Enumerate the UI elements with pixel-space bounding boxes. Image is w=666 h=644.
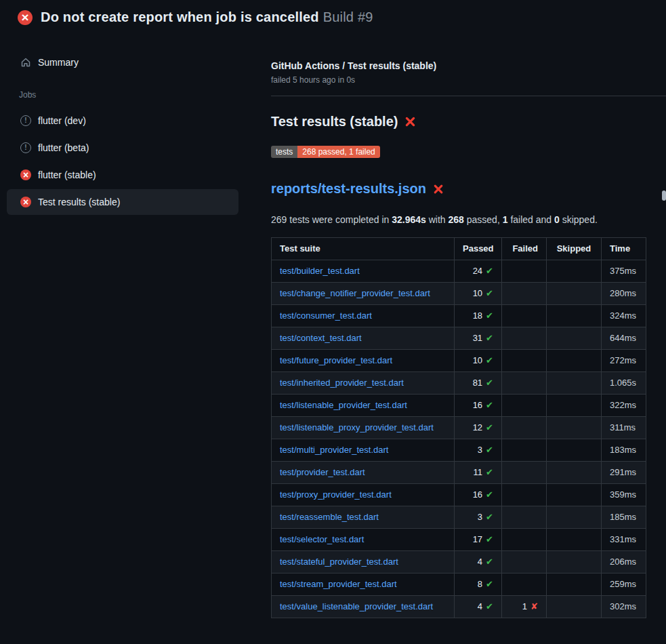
check-icon: ✔ [486,266,493,276]
failed-x-icon [404,116,416,127]
check-icon: ✔ [486,400,493,410]
skipped-cell [547,305,602,327]
skipped-cell [547,439,602,462]
suite-link[interactable]: test/stateful_provider_test.dart [280,557,398,567]
failed-cell [502,573,547,596]
table-row: test/stateful_provider_test.dart 4✔ 206m… [272,551,646,573]
suite-cell: test/change_notifier_provider_test.dart [272,283,455,305]
suite-link[interactable]: test/inherited_provider_test.dart [280,378,404,388]
jobs-list: flutter (dev) flutter (beta) flutter (st… [7,108,238,215]
passed-cell: 16✔ [455,395,502,417]
suite-link[interactable]: test/context_test.dart [280,333,362,343]
sidebar-job-item[interactable]: flutter (dev) [7,108,238,134]
results-header-row: Test suitePassedFailedSkippedTime [272,238,646,260]
suite-link[interactable]: test/proxy_provider_test.dart [280,489,392,500]
page-layout: Summary Jobs flutter (dev) flutter (beta… [0,36,666,618]
sidebar-job-item[interactable]: flutter (beta) [7,135,238,161]
passed-cell: 17✔ [455,529,502,551]
suite-cell: test/inherited_provider_test.dart [272,372,455,395]
tests-badge: tests 268 passed, 1 failed [271,146,380,158]
count: 31 [473,333,482,343]
count: 8 [478,579,482,589]
neutral-icon [20,142,31,153]
suite-link[interactable]: test/consumer_test.dart [280,310,372,321]
sidebar-item-summary[interactable]: Summary [7,49,238,75]
time-cell: 324ms [602,305,646,327]
suite-link[interactable]: test/future_provider_test.dart [280,355,392,365]
run-status-line: failed 5 hours ago in 0s [271,75,646,85]
suite-link[interactable]: test/listenable_provider_test.dart [280,400,407,410]
suite-link[interactable]: test/value_listenable_provider_test.dart [280,601,433,611]
skipped-cell [547,395,602,417]
suite-cell: test/proxy_provider_test.dart [272,484,455,506]
section-title-text: Test results (stable) [271,114,398,129]
report-link[interactable]: reports/test-results.json [271,181,426,197]
suite-link[interactable]: test/builder_test.dart [280,266,360,276]
suite-link[interactable]: test/provider_test.dart [280,467,365,477]
time-cell: 359ms [602,484,646,506]
build-failed-icon [18,10,33,25]
count: 17 [473,534,482,544]
column-header: Passed [455,238,502,260]
table-row: test/context_test.dart 31✔ 644ms [272,327,646,350]
failed-cell [502,506,547,529]
check-icon: ✔ [486,557,493,567]
suite-link[interactable]: test/reassemble_test.dart [280,512,379,522]
time-cell: 375ms [602,260,646,283]
passed-cell: 8✔ [455,573,502,596]
skipped-cell [547,350,602,372]
suite-link[interactable]: test/stream_provider_test.dart [280,579,397,589]
passed-cell: 3✔ [455,506,502,529]
passed-cell: 10✔ [455,283,502,305]
time-cell: 331ms [602,529,646,551]
failed-cell [502,283,547,305]
suite-cell: test/builder_test.dart [272,260,455,283]
scrollbar-thumb[interactable] [662,190,666,201]
sidebar-job-label: flutter (beta) [38,142,89,153]
count: 16 [473,400,482,410]
count: 4 [478,601,482,611]
failed-cell [502,417,547,439]
check-icon: ✔ [486,489,493,500]
build-header: Do not create report when job is cancell… [0,0,666,36]
failed-cell [502,484,547,506]
build-page: Do not create report when job is cancell… [0,0,666,618]
passed-cell: 10✔ [455,350,502,372]
time-cell: 280ms [602,283,646,305]
failed-cell [502,439,547,462]
summary-skipped-count: 0 [554,214,560,225]
summary-text-segment: passed, [464,214,503,225]
badge-label: tests [271,146,297,158]
sidebar-job-item[interactable]: flutter (stable) [7,162,238,188]
check-icon: ✔ [486,467,493,477]
column-header: Time [602,238,646,260]
main-content: GitHub Actions / Test results (stable) f… [264,36,666,618]
sidebar: Summary Jobs flutter (dev) flutter (beta… [0,36,264,216]
suite-link[interactable]: test/selector_test.dart [280,534,364,544]
suite-link[interactable]: test/listenable_proxy_provider_test.dart [280,422,434,432]
table-row: test/inherited_provider_test.dart 81✔ 1.… [272,372,646,395]
passed-cell: 81✔ [455,372,502,395]
column-header: Failed [502,238,547,260]
suite-link[interactable]: test/change_notifier_provider_test.dart [280,288,430,298]
suite-cell: test/future_provider_test.dart [272,350,455,372]
time-cell: 185ms [602,506,646,529]
suite-cell: test/multi_provider_test.dart [272,439,455,462]
sidebar-job-item[interactable]: Test results (stable) [7,189,238,215]
sidebar-summary-label: Summary [38,57,79,68]
check-icon: ✔ [486,534,493,544]
table-row: test/listenable_proxy_provider_test.dart… [272,417,646,439]
time-cell: 1.065s [602,372,646,395]
suite-link[interactable]: test/multi_provider_test.dart [280,445,388,455]
passed-cell: 24✔ [455,260,502,283]
x-icon: ✘ [530,601,538,611]
check-icon: ✔ [486,422,493,432]
passed-cell: 4✔ [455,551,502,573]
check-icon: ✔ [486,445,493,455]
passed-cell: 12✔ [455,417,502,439]
skipped-cell [547,596,602,618]
time-cell: 272ms [602,350,646,372]
failed-x-icon [433,184,444,195]
neutral-icon [20,115,31,126]
count: 10 [473,288,482,298]
